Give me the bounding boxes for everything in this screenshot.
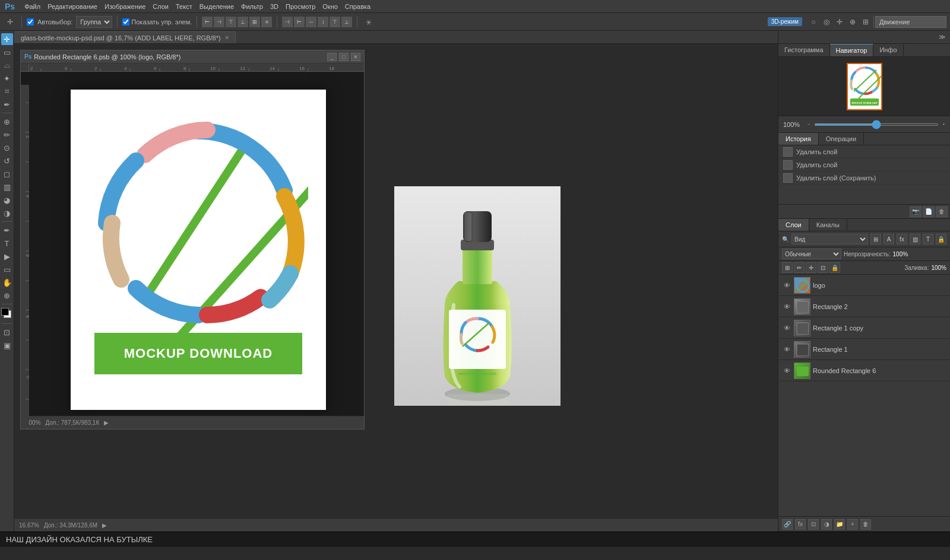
layer-item-rect1c[interactable]: 👁 Rectangle 1 copy	[778, 317, 950, 339]
eyedropper-tool[interactable]: ✒	[1, 98, 13, 110]
align-left-btn[interactable]: ⊢	[202, 17, 213, 27]
align-top-btn[interactable]: ⊥	[238, 17, 248, 27]
layer-visibility-logo[interactable]: 👁	[782, 281, 791, 290]
zoom-tool[interactable]: ⊕	[1, 289, 13, 301]
history-item-1[interactable]: Удалить слой	[778, 145, 950, 158]
select-rect-tool[interactable]: ▭	[1, 46, 13, 58]
brush-tool[interactable]: ✏	[1, 129, 13, 141]
shape-tool[interactable]: ▭	[1, 263, 13, 275]
dist-right-btn[interactable]: ↔	[306, 17, 316, 27]
delete-state-btn[interactable]: 🗑	[936, 206, 948, 217]
lock-move-btn[interactable]: ✛	[806, 262, 816, 273]
layer-item-rect1[interactable]: 👁 Rectangle 1	[778, 339, 950, 360]
align-bottom-btn[interactable]: ≡	[261, 17, 272, 27]
layer-item-rect2[interactable]: 👁 Rectangle 2	[778, 296, 950, 317]
align-center-v-btn[interactable]: ⊞	[249, 17, 260, 27]
main-doc-tab[interactable]: glass-bottle-mockup-psd.psd @ 16,7% (ADD…	[14, 31, 236, 43]
filter-name-btn[interactable]: A	[884, 234, 894, 244]
search-input[interactable]	[875, 16, 946, 28]
clone-tool[interactable]: ⊙	[1, 142, 13, 154]
move-tool-icon[interactable]: ✛	[4, 15, 17, 28]
path-select-tool[interactable]: ▶	[1, 250, 13, 262]
type-tool[interactable]: T	[1, 237, 13, 249]
pen-tool[interactable]: ✒	[1, 224, 13, 236]
lock-transparent-btn[interactable]: ⊞	[782, 262, 793, 273]
move-tool[interactable]: ✛	[1, 33, 13, 45]
blend-mode-select[interactable]: Обычные	[782, 249, 841, 259]
sub-window-maximize-btn[interactable]: □	[339, 53, 349, 61]
auto-align-icon[interactable]: ⚹	[362, 15, 375, 28]
sub-window-close-btn[interactable]: ✕	[351, 53, 360, 61]
dist-top-btn[interactable]: ↕	[318, 17, 328, 27]
filter-effect-btn[interactable]: fx	[897, 234, 907, 244]
history-item-3[interactable]: Удалить слой (Сохранить)	[778, 171, 950, 184]
hand-tool[interactable]: ✋	[1, 276, 13, 288]
tab-info[interactable]: Инфо	[873, 44, 903, 56]
tab-operations[interactable]: Операции	[819, 133, 864, 145]
tab-navigator[interactable]: Навигатор	[830, 44, 874, 56]
lock-artboard-btn[interactable]: ⊡	[818, 262, 828, 273]
mask-btn[interactable]: ⊡	[808, 519, 819, 530]
filter-color-btn[interactable]: 🔒	[936, 234, 946, 244]
menu-filter[interactable]: Фильтр	[241, 3, 263, 10]
autoselect-select[interactable]: Группа	[76, 16, 112, 28]
eraser-tool[interactable]: ◻	[1, 168, 13, 180]
color-swatches[interactable]	[1, 308, 13, 320]
blur-tool[interactable]: ◕	[1, 194, 13, 206]
menu-select[interactable]: Выделение	[200, 3, 234, 10]
scale3d-icon[interactable]: ⊞	[859, 15, 872, 28]
dodge-tool[interactable]: ◑	[1, 207, 13, 219]
main-doc-close[interactable]: ✕	[224, 34, 229, 41]
menu-view[interactable]: Просмотр	[286, 3, 315, 10]
menu-text[interactable]: Текст	[176, 3, 192, 10]
quick-select-tool[interactable]: ✦	[1, 72, 13, 84]
layer-visibility-rect2[interactable]: 👁	[782, 302, 791, 311]
tab-history[interactable]: История	[778, 133, 819, 145]
snapshot-btn[interactable]: 📷	[910, 206, 922, 217]
mockup-download-btn[interactable]: MOCKUP DOWNLOAD	[94, 333, 302, 374]
history-brush-tool[interactable]: ↺	[1, 155, 13, 167]
menu-image[interactable]: Изображение	[104, 3, 145, 10]
slide3d-icon[interactable]: ⊕	[846, 15, 859, 28]
filter-kind-btn[interactable]: ⊞	[870, 234, 881, 244]
orbit3d-icon[interactable]: ◎	[820, 15, 833, 28]
align-center-h-btn[interactable]: ⊣	[214, 17, 224, 27]
layer-visibility-rr6[interactable]: 👁	[782, 366, 791, 376]
zoom-slider[interactable]	[814, 123, 939, 126]
menu-edit[interactable]: Редактирование	[48, 3, 97, 10]
adj-layer-btn[interactable]: ◑	[821, 519, 832, 530]
menu-3d[interactable]: 3D	[270, 3, 278, 10]
tab-histogram[interactable]: Гистограмма	[778, 44, 830, 56]
gradient-tool[interactable]: ▥	[1, 181, 13, 193]
group-btn[interactable]: 📁	[834, 519, 845, 530]
new-doc-from-state-btn[interactable]: 📄	[923, 206, 935, 217]
history-item-2[interactable]: Удалить слой	[778, 158, 950, 171]
lock-all-btn[interactable]: 🔒	[829, 262, 840, 273]
quick-mask-tool[interactable]: ⊡	[1, 326, 13, 338]
lasso-tool[interactable]: ⌓	[1, 59, 13, 71]
dist-left-btn[interactable]: ⊣	[282, 17, 293, 27]
show-transform-checkbox[interactable]	[122, 18, 129, 26]
panel-expand-btn[interactable]: ≫	[937, 32, 948, 43]
dist-bottom-btn[interactable]: ⊥	[341, 17, 352, 27]
new-layer-btn[interactable]: +	[847, 519, 858, 530]
link-layers-btn[interactable]: 🔗	[782, 519, 793, 530]
lock-paint-btn[interactable]: ✏	[794, 262, 805, 273]
dist-center-btn[interactable]: ⊢	[294, 17, 305, 27]
layer-item-logo[interactable]: 👁 logo	[778, 275, 950, 296]
menu-file[interactable]: Файл	[24, 3, 40, 10]
filter-select[interactable]: Вид	[791, 234, 868, 244]
heal-tool[interactable]: ⊕	[1, 116, 13, 128]
sub-window-minimize-btn[interactable]: _	[327, 53, 337, 61]
tab-channels[interactable]: Каналы	[809, 219, 847, 231]
delete-layer-btn[interactable]: 🗑	[860, 519, 871, 530]
pan3d-icon[interactable]: ✛	[833, 15, 846, 28]
fx-btn[interactable]: fx	[795, 519, 806, 530]
dist-mid-btn[interactable]: ⊤	[330, 17, 340, 27]
layer-item-rr6[interactable]: 👁 Rounded Rectangle 6	[778, 360, 950, 381]
tab-layers[interactable]: Слои	[778, 219, 809, 231]
menu-help[interactable]: Справка	[345, 3, 370, 10]
autoselect-checkbox[interactable]	[27, 18, 34, 26]
layer-visibility-rect1c[interactable]: 👁	[782, 323, 791, 333]
crop-tool[interactable]: ⌗	[1, 85, 13, 97]
